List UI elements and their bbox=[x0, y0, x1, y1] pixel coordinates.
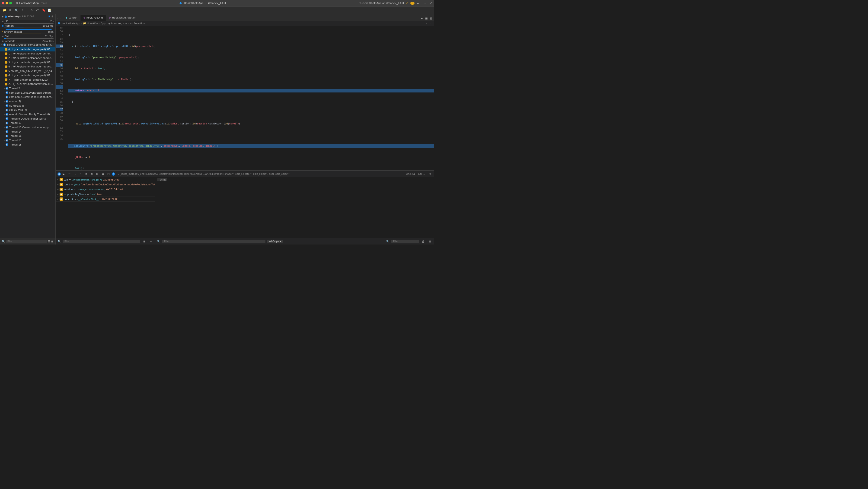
thread-filter-input[interactable] bbox=[6, 240, 47, 243]
app-name: HookWhatsApp bbox=[19, 2, 39, 5]
filter-btn[interactable]: ≡ bbox=[20, 8, 25, 13]
frame0-icon: ! bbox=[5, 48, 7, 51]
thread18-item[interactable]: ▸ ● Thread 18 bbox=[0, 142, 55, 147]
thread9-item[interactable]: ▸ ● Thread 9 Queue: logger (serial) bbox=[0, 117, 55, 121]
output-dropdown[interactable]: All Output ▾ bbox=[267, 240, 283, 243]
thread-evthread-item[interactable]: ▸ ● ev_thread (6) bbox=[0, 104, 55, 108]
step-out-btn[interactable]: ↑ bbox=[79, 172, 83, 176]
ln65: 65 bbox=[56, 137, 63, 141]
instr-back-btn[interactable]: ↺ bbox=[84, 172, 89, 176]
frame4-text: 4 -[WARegistrationManager requestPreChat… bbox=[8, 65, 54, 68]
var-isupdateregtoken-eq: = bbox=[87, 193, 89, 196]
thread-avaudiosession-item[interactable]: ▸ ● AVAudioSession Notify Thread (8) bbox=[0, 112, 55, 117]
navigator-folder-btn[interactable]: 📁 bbox=[2, 8, 7, 13]
breadcrumb-back-btn[interactable]: ‹ bbox=[426, 21, 428, 26]
fullscreen-button[interactable]: ⤢ bbox=[430, 2, 432, 5]
frame6-item[interactable]: ! 6 _logos_method$_ungrouped$WAHTTPFetch… bbox=[0, 73, 55, 78]
thread14-icon: ● bbox=[6, 130, 8, 133]
frame3-item[interactable]: ! 3 _logos_method$_ungrouped$WARegistrat… bbox=[0, 60, 55, 65]
console-options-btn[interactable]: ⊞ bbox=[428, 239, 432, 244]
thread18-icon: ● bbox=[6, 143, 8, 146]
var-session-name: session bbox=[64, 188, 73, 191]
var-self-name: self bbox=[64, 178, 68, 181]
tab-hook-reg-xm[interactable]: ◈ hook_reg.xm bbox=[80, 14, 106, 21]
disk-icon: ◼ bbox=[2, 35, 3, 37]
view-layout-btn[interactable]: ⊞ bbox=[8, 8, 13, 13]
thread16-item[interactable]: ▸ ● Thread 16 bbox=[0, 134, 55, 138]
var-doneblk-item[interactable]: ▸ A doneBlk = (__NSMallocBlock__ *) 0x28… bbox=[56, 197, 155, 202]
window-controls[interactable] bbox=[2, 2, 12, 4]
filter-options-btn[interactable]: ☰ bbox=[48, 240, 50, 243]
var-isupdateregtoken-item[interactable]: ▸ A isUpdateRegToken = (bool) true bbox=[56, 192, 155, 197]
tag-btn[interactable]: 🏷 bbox=[35, 8, 40, 13]
thread1-header[interactable]: ▾ ● Thread 1 Queue: com.apple.main-threa… bbox=[0, 43, 55, 47]
memory-label: Memory bbox=[4, 24, 14, 27]
alert-btn[interactable]: ⚠ bbox=[29, 8, 34, 13]
frame0-text: 0 _logos_method$_ungrouped$WARegistratio… bbox=[8, 48, 54, 51]
right-filter-input[interactable] bbox=[391, 240, 419, 243]
tab-forward-button[interactable]: › bbox=[59, 16, 62, 21]
var-session-val: 0x28134c1a0 bbox=[106, 188, 123, 191]
tab-hookwhatsapp-xm[interactable]: ◈ HookWhatsApp.xm bbox=[106, 14, 140, 21]
search-btn[interactable]: 🔍 bbox=[14, 8, 19, 13]
lldb-badge: (lldb) bbox=[157, 178, 167, 181]
filter-toggle-btn[interactable]: ⊞ bbox=[51, 240, 54, 243]
continue-btn[interactable]: ▶| bbox=[62, 172, 66, 176]
frame7-item[interactable]: ! 7 ___lldb_unnamed_symbol3293 bbox=[0, 78, 55, 82]
thread13-item[interactable]: ▸ ● Thread 13 Queue: net.whatsapp.watchd… bbox=[0, 125, 55, 130]
debug-memory-btn[interactable]: ⊞ bbox=[95, 172, 100, 176]
thread11-item[interactable]: ▸ ● Thread 11 bbox=[0, 121, 55, 125]
step-over-btn[interactable]: ↷ bbox=[67, 172, 72, 176]
thread-eventfetch-item[interactable]: ▸ ● com.apple.uikit.eventfetch-thread (3… bbox=[0, 91, 55, 95]
breadcrumb-label2: HookWhatsApp bbox=[87, 22, 105, 25]
thread-callev-item[interactable]: ▸ ● call ev thrd (7) bbox=[0, 108, 55, 112]
var-filter-input[interactable] bbox=[63, 240, 140, 243]
ln48: 48 bbox=[56, 74, 63, 78]
thread2-item[interactable]: ▸ ● Thread 2 bbox=[0, 86, 55, 91]
note-btn[interactable]: 📝 bbox=[47, 8, 52, 13]
view-toggle-btn[interactable]: ⊞ bbox=[428, 172, 432, 176]
tab-control[interactable]: ◆ control bbox=[62, 14, 81, 21]
thread-coremotion-item[interactable]: ▸ ● com.apple.CoreMotion.MotionThread (4… bbox=[0, 95, 55, 99]
var-add-btn[interactable]: + bbox=[149, 239, 153, 244]
debug-tree: ◼ CPU 0% ◼ Memory 106.1 MB bbox=[0, 20, 55, 238]
frame23-item[interactable]: ! 23 -[_TtC21WAChatContextMenuMain7Conte… bbox=[0, 82, 55, 86]
thread-media-item[interactable]: ▸ ● media (5) bbox=[0, 99, 55, 104]
thread13-icon: ● bbox=[6, 126, 8, 129]
close-button[interactable] bbox=[2, 2, 4, 4]
maximize-button[interactable] bbox=[9, 2, 12, 4]
breadcrumb-forward-btn[interactable]: › bbox=[429, 21, 432, 26]
memory-gauge bbox=[6, 29, 52, 30]
frame2-item[interactable]: ! 2 -[WARegistrationManager handlePreCha… bbox=[0, 56, 55, 60]
frame4-item[interactable]: ! 4 -[WARegistrationManager requestPreCh… bbox=[0, 64, 55, 69]
frame1-item[interactable]: ! 1 -[WARegistrationManager performSameD… bbox=[0, 52, 55, 56]
frame0-item[interactable]: ! 0 _logos_method$_ungrouped$WARegistrat… bbox=[0, 47, 55, 52]
editor-view-btn[interactable]: ⊟ bbox=[429, 16, 433, 21]
chevron-right-icon: ▸ bbox=[58, 178, 59, 181]
frame7-text: 7 ___lldb_unnamed_symbol3293 bbox=[8, 78, 54, 82]
code-content[interactable]: 35 36 37 38 39 40 41 42 43 44 45 46 47 4… bbox=[56, 26, 434, 170]
var-doneblk-name: doneBlk bbox=[64, 198, 73, 200]
frame-view-btn[interactable]: ⊟ bbox=[106, 172, 111, 176]
instr-fwd-btn[interactable]: ↻ bbox=[90, 172, 94, 176]
var-self-item[interactable]: ▸ A self = (WARegistrationManager *) 0x2… bbox=[56, 177, 155, 182]
editor-split-right[interactable]: ⊞ bbox=[424, 16, 429, 21]
minimize-button[interactable] bbox=[6, 2, 8, 4]
var-session-item[interactable]: ▸ A session = (WARegistrationSession *) … bbox=[56, 187, 155, 192]
step-into-btn[interactable]: ↓ bbox=[73, 172, 78, 176]
console-clear-btn[interactable]: 🗑 bbox=[421, 239, 426, 244]
add-tab-button[interactable]: ＋ bbox=[424, 1, 426, 5]
code-line-46: gNoUse = 1; bbox=[68, 156, 434, 159]
frame5-item[interactable]: ! 5 crypto_sign_ed25519_ref10_fe_sq bbox=[0, 69, 55, 73]
console-filter-input[interactable] bbox=[162, 240, 266, 243]
tab-back-button[interactable]: ‹ bbox=[57, 16, 59, 21]
bookmark-btn[interactable]: 🔖 bbox=[41, 8, 46, 13]
sidebar-toggle[interactable]: ⊞ bbox=[14, 1, 19, 6]
thread14-item[interactable]: ▸ ● Thread 14 bbox=[0, 130, 55, 134]
view-heap-btn[interactable]: ◉ bbox=[101, 172, 105, 176]
var-cmd-item[interactable]: ▸ A _cmd = (SEL) "performSameDeviceCheck… bbox=[56, 182, 155, 187]
var-options-btn[interactable]: ⊞ bbox=[142, 239, 147, 244]
thread17-item[interactable]: ▸ ● Thread 17 bbox=[0, 138, 55, 142]
editor-split-left[interactable]: ⇤ bbox=[420, 16, 424, 21]
cpu-label: CPU bbox=[4, 20, 9, 23]
